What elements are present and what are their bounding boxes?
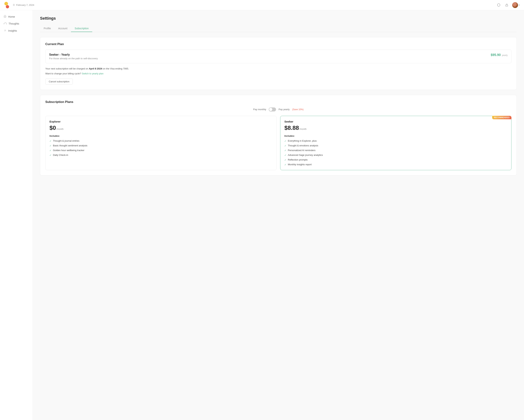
seeker-feature-2: ✓ Thought & emotions analysis xyxy=(284,144,507,147)
billing-toggle-row: Pay monthly Pay yearly (Save 10%) xyxy=(45,107,511,111)
billing-toggle[interactable] xyxy=(269,107,276,111)
explorer-feature-2: ✓ Basic thought sentiment analysis xyxy=(50,144,272,147)
cancel-subscription-button[interactable]: Cancel subscription xyxy=(45,78,73,85)
check-icon: ✓ xyxy=(50,144,52,147)
switch-plan-link[interactable]: Switch to yearly plan xyxy=(82,72,103,75)
content: Settings Profile Account Subscription Cu… xyxy=(33,10,524,420)
avatar xyxy=(512,2,518,8)
seeker-feature-6: ✓ Monthly insights report xyxy=(284,163,507,166)
svg-rect-0 xyxy=(506,5,508,6)
current-plan-section: Current Plan Seeker - Yearly For those a… xyxy=(40,37,517,90)
plan-info: Seeker - Yearly For those already on the… xyxy=(49,53,98,60)
explorer-price-amount: $0 xyxy=(50,125,56,131)
seeker-feature-2-text: Thought & emotions analysis xyxy=(288,144,318,147)
sidebar-home-label: Home xyxy=(8,15,15,18)
explorer-features: ✓ Thought & journal entries ✓ Basic thou… xyxy=(50,139,272,156)
check-icon: ✓ xyxy=(284,154,286,156)
current-plan-title: Current Plan xyxy=(45,42,511,46)
page-title: Settings xyxy=(40,16,517,21)
seeker-name: Seeker xyxy=(284,120,507,123)
plan-box: Seeker - Yearly For those already on the… xyxy=(45,50,511,63)
app-container: 🗓 February 7, 2024 ▾ xyxy=(0,0,524,420)
sidebar-thoughts-label: Thoughts xyxy=(9,22,19,25)
plan-card-explorer: Explorer $0 /month Includes: ✓ Thought &… xyxy=(45,116,277,170)
sidebar-insights-label: Insights xyxy=(8,29,17,32)
logo-circle-red xyxy=(6,5,9,8)
plan-price-amount: $95.90 xyxy=(491,53,501,57)
toggle-yearly-label: Pay yearly xyxy=(279,108,290,111)
avatar-chevron: ▾ xyxy=(519,4,520,6)
seeker-includes-label: Includes: xyxy=(284,135,507,137)
logo xyxy=(4,2,11,8)
sidebar: Home Thoughts Insights xyxy=(0,10,33,420)
billing-cycle-text: Want to change your billing cycle? xyxy=(45,72,81,75)
seeker-feature-5-text: Reflection prompts xyxy=(288,158,307,161)
explorer-feature-3: ✓ Golden hour wellbeing tracker xyxy=(50,149,272,152)
sidebar-item-insights[interactable]: Insights xyxy=(0,27,33,34)
explorer-feature-4-text: Daily Check-in xyxy=(53,154,68,156)
seeker-feature-4-text: Advanced Sage journey analytics xyxy=(288,154,323,156)
plan-card-seeker: RECOMMENDED Seeker $8.88 /month Includes… xyxy=(280,116,511,170)
sidebar-item-home[interactable]: Home xyxy=(0,13,33,20)
explorer-feature-1-text: Thought & journal entries xyxy=(53,139,79,142)
plans-row: Explorer $0 /month Includes: ✓ Thought &… xyxy=(45,116,511,170)
check-icon: ✓ xyxy=(50,149,52,152)
check-icon: ✓ xyxy=(284,163,286,166)
lock-icon[interactable] xyxy=(504,2,509,8)
explorer-feature-4: ✓ Daily Check-in xyxy=(50,154,272,156)
settings-tabs: Profile Account Subscription xyxy=(40,25,517,32)
explorer-includes-label: Includes: xyxy=(50,135,272,137)
airplane-icon[interactable] xyxy=(496,2,501,8)
explorer-feature-2-text: Basic thought sentiment analysis xyxy=(53,144,87,147)
user-avatar-wrapper[interactable]: ▾ xyxy=(512,2,520,8)
seeker-feature-3-text: Personalized AI reminders xyxy=(288,149,315,152)
check-icon: ✓ xyxy=(284,144,286,147)
billing-text-1: Your next subscription will be charged o… xyxy=(45,67,89,70)
subscription-plans-section: Subscription Plans Pay monthly Pay yearl… xyxy=(40,95,517,175)
toggle-knob xyxy=(269,108,272,111)
billing-cycle: Want to change your billing cycle? Switc… xyxy=(45,72,511,75)
header-date: 🗓 February 7, 2024 xyxy=(13,4,34,6)
recommended-badge: RECOMMENDED xyxy=(492,116,511,119)
billing-date: April 8 2024 xyxy=(89,67,102,70)
tab-account[interactable]: Account xyxy=(55,25,71,32)
explorer-price-period: /month xyxy=(56,128,64,130)
seeker-price-period: /month xyxy=(299,128,306,130)
explorer-feature-1: ✓ Thought & journal entries xyxy=(50,139,272,142)
seeker-feature-4: ✓ Advanced Sage journey analytics xyxy=(284,154,507,156)
save-badge: (Save 10%) xyxy=(292,108,304,111)
check-icon: ✓ xyxy=(284,149,286,152)
explorer-price: $0 /month xyxy=(50,125,272,131)
cloud-icon xyxy=(4,22,7,25)
seeker-feature-1: ✓ Everything in Explorer, plus: xyxy=(284,139,507,142)
explorer-feature-3-text: Golden hour wellbeing tracker xyxy=(53,149,84,152)
header-right: ▾ xyxy=(496,2,520,8)
plan-price-period: yearly xyxy=(502,54,508,57)
check-icon: ✓ xyxy=(284,140,286,142)
logo-circle-yellow xyxy=(4,2,8,5)
seeker-feature-6-text: Monthly insights report xyxy=(288,163,312,166)
tab-subscription[interactable]: Subscription xyxy=(71,25,92,32)
main-layout: Home Thoughts Insights xyxy=(0,10,524,420)
seeker-price-amount: $8.88 xyxy=(284,125,299,131)
toggle-monthly-label: Pay monthly xyxy=(253,108,266,111)
tab-profile[interactable]: Profile xyxy=(40,25,55,32)
billing-text-2: on the Visa ending 7065. xyxy=(102,67,129,70)
seeker-features: ✓ Everything in Explorer, plus: ✓ Though… xyxy=(284,139,507,166)
header: 🗓 February 7, 2024 ▾ xyxy=(0,0,524,10)
plan-desc: For those already on the path to self-di… xyxy=(49,57,98,60)
header-left: 🗓 February 7, 2024 xyxy=(4,2,34,8)
check-icon: ✓ xyxy=(50,154,52,156)
sidebar-item-thoughts[interactable]: Thoughts xyxy=(0,20,33,27)
billing-info: Your next subscription will be charged o… xyxy=(45,67,511,71)
subscription-plans-title: Subscription Plans xyxy=(45,100,511,104)
seeker-price: $8.88 /month xyxy=(284,125,507,131)
plan-price: $95.90 yearly xyxy=(491,53,508,57)
plan-name: Seeker - Yearly xyxy=(49,53,98,56)
seeker-feature-5: ✓ Reflection prompts xyxy=(284,158,507,161)
seeker-feature-3: ✓ Personalized AI reminders xyxy=(284,149,507,152)
date-text: February 7, 2024 xyxy=(16,4,34,6)
home-icon xyxy=(4,15,6,18)
check-icon: ✓ xyxy=(50,140,52,142)
check-icon: ✓ xyxy=(284,159,286,161)
